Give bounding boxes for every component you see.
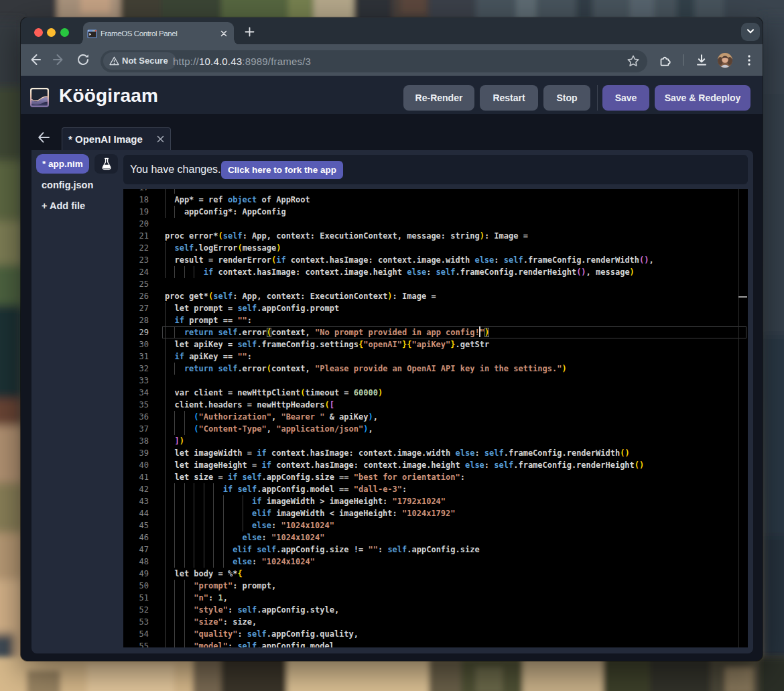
menu-dots-icon[interactable] — [742, 53, 757, 68]
add-file-button[interactable]: + Add file — [42, 200, 85, 211]
re-render-button[interactable]: Re-Render — [403, 85, 474, 111]
download-icon[interactable] — [694, 53, 709, 68]
line-number: 29 — [123, 326, 149, 338]
line-number: 34 — [123, 387, 149, 399]
code-line: 24 if context.hasImage: context.image.he… — [123, 266, 748, 278]
overview-ruler — [738, 189, 739, 647]
line-number: 28 — [123, 314, 149, 326]
traffic-light-minimize[interactable] — [47, 28, 56, 37]
code-line: 32 return self.error(context, "Please pr… — [123, 363, 748, 375]
code-text: ("Authorization", "Bearer " & apiKey), — [165, 411, 378, 423]
code-line: 29 return self.error(context, "No prompt… — [123, 326, 748, 338]
fork-app-button[interactable]: Click here to fork the app — [221, 161, 343, 179]
code-line: 26proc get*(self: App, context: Executio… — [123, 290, 748, 302]
code-line: 43 if imageWidth > imageHeight: "1792x10… — [123, 495, 748, 507]
line-number: 47 — [123, 544, 149, 556]
code-line: 35 client.headers = newHttpHeaders([ — [123, 399, 748, 411]
code-line: 27 let prompt = self.appConfig.prompt — [123, 302, 748, 314]
changes-banner-text: You have changes. — [130, 155, 221, 184]
line-number: 54 — [123, 628, 149, 640]
restart-button[interactable]: Restart — [480, 85, 538, 111]
reload-button[interactable] — [76, 52, 90, 67]
warning-icon — [109, 56, 119, 66]
line-number: 19 — [123, 206, 149, 218]
code-text: "model": self.appConfig.model — [165, 640, 334, 648]
code-text: return self.error(context, "No prompt pr… — [165, 326, 489, 338]
browser-window: FrameOS Control Panel — [21, 17, 763, 661]
line-number: 49 — [123, 568, 149, 580]
line-number: 51 — [123, 592, 149, 604]
code-text: ("Content-Type", "application/json"), — [165, 423, 373, 435]
traffic-light-zoom[interactable] — [60, 28, 69, 37]
code-text: proc get*(self: App, context: ExecutionC… — [165, 290, 436, 302]
line-number: 30 — [123, 338, 149, 351]
code-text: App* = ref object of AppRoot — [165, 194, 310, 206]
stop-button[interactable]: Stop — [543, 85, 590, 111]
code-text: proc error*(self: App, context: Executio… — [165, 230, 528, 242]
line-number: 52 — [123, 604, 149, 616]
flask-icon — [101, 158, 113, 170]
code-editor[interactable]: 1718 App* = ref object of AppRoot19 appC… — [123, 189, 748, 647]
code-line: 23 result = renderError(if context.hasIm… — [123, 254, 748, 266]
line-number: 31 — [123, 351, 149, 363]
code-line: 28 if prompt == "": — [123, 314, 748, 326]
address-bar[interactable]: Not Secure http://10.4.0.43:8989/frames/… — [101, 50, 647, 72]
code-line: 38 ]) — [123, 435, 748, 447]
code-text: var client = newHttpClient(timeout = 600… — [165, 387, 383, 399]
line-number: 35 — [123, 399, 149, 411]
code-line: 44 elif imageWidth < imageHeight: "1024x… — [123, 507, 748, 519]
url-text[interactable]: http://10.4.0.43:8989/frames/3 — [173, 50, 311, 72]
tab-close-icon[interactable] — [219, 29, 228, 38]
profile-avatar[interactable] — [718, 53, 732, 68]
header-button-separator — [597, 85, 598, 111]
line-number: 36 — [123, 411, 149, 423]
page-back-arrow[interactable] — [38, 132, 50, 143]
code-line: 42 if self.appConfig.model == "dall-e-3"… — [123, 483, 748, 495]
bookmark-star-icon[interactable] — [627, 54, 640, 68]
extensions-icon[interactable] — [657, 53, 672, 68]
new-tab-button[interactable] — [245, 27, 255, 37]
line-number: 24 — [123, 266, 149, 278]
app-tab-label: * OpenAI Image — [68, 128, 143, 150]
code-text: let apiKey = self.frameConfig.settings{"… — [165, 338, 489, 351]
line-number: 33 — [123, 375, 149, 387]
code-text: return self.error(context, "Please provi… — [165, 363, 567, 375]
sidebar-file-app-nim[interactable]: * app.nim — [36, 154, 89, 174]
line-number: 20 — [123, 218, 149, 230]
code-line: 46 else: "1024x1024" — [123, 531, 748, 544]
code-text: ]) — [165, 435, 184, 447]
line-number: 38 — [123, 435, 149, 447]
code-text: "prompt": prompt, — [165, 580, 276, 592]
sidebar-file-config-json[interactable]: config.json — [42, 180, 93, 190]
browser-tab[interactable]: FrameOS Control Panel — [83, 22, 234, 45]
code-text: else: "1024x1024" — [165, 556, 315, 568]
code-text: self.logError(message) — [165, 242, 281, 254]
debug-flask-button[interactable] — [94, 154, 118, 174]
code-line: 25 — [123, 278, 748, 290]
code-line: 53 "size": size, — [123, 616, 748, 628]
save-redeploy-button[interactable]: Save & Redeploy — [655, 85, 750, 111]
code-text: if context.hasImage: context.image.heigh… — [165, 266, 635, 278]
app-tab-openai-image[interactable]: * OpenAI Image — [62, 127, 171, 150]
line-number: 43 — [123, 495, 149, 507]
line-number: 39 — [123, 447, 149, 459]
code-text: if apiKey == "": — [165, 351, 252, 363]
line-number: 55 — [123, 640, 149, 648]
code-line: 40 let imageHeight = if context.hasImage… — [123, 459, 748, 471]
app-tab-close-icon[interactable] — [156, 135, 165, 143]
line-number: 48 — [123, 556, 149, 568]
code-line: 55 "model": self.appConfig.model — [123, 640, 748, 648]
code-text: "n": 1, — [165, 592, 228, 604]
app-header: Köögiraam Re-Render Restart Stop Save Sa… — [21, 76, 763, 114]
tab-search-button[interactable] — [741, 23, 760, 41]
line-number: 42 — [123, 483, 149, 495]
back-button[interactable] — [27, 52, 42, 67]
code-line: 34 var client = newHttpClient(timeout = … — [123, 387, 748, 399]
line-number: 21 — [123, 230, 149, 242]
code-line: 50 "prompt": prompt, — [123, 580, 748, 592]
traffic-light-close[interactable] — [34, 28, 43, 37]
not-secure-chip[interactable]: Not Secure — [103, 52, 176, 70]
forward-button[interactable] — [52, 52, 66, 67]
save-button[interactable]: Save — [602, 85, 649, 111]
code-line: 54 "quality": self.appConfig.quality, — [123, 628, 748, 640]
